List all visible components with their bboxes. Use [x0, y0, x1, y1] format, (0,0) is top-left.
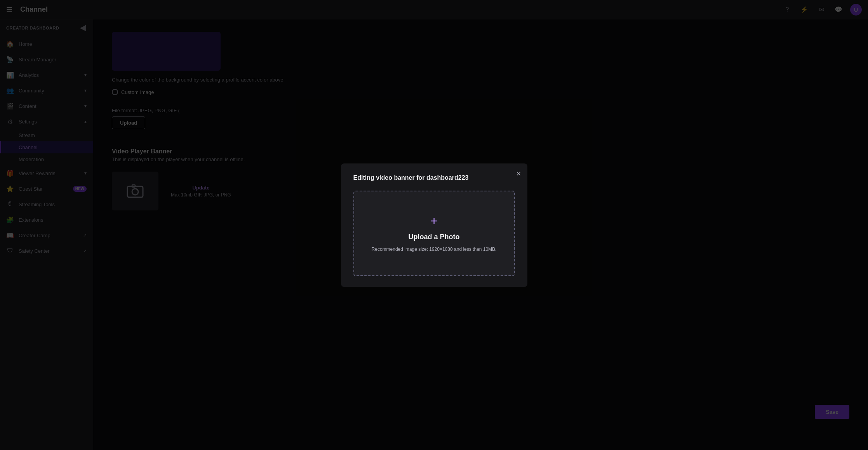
modal-title: Editing video banner for dashboard223	[353, 174, 515, 181]
upload-plus-icon: +	[430, 214, 438, 228]
modal-overlay[interactable]: Editing video banner for dashboard223 × …	[0, 0, 868, 450]
upload-text: Upload a Photo	[409, 233, 460, 241]
upload-drop-area[interactable]: + Upload a Photo Recommended image size:…	[353, 191, 515, 276]
modal-close-button[interactable]: ×	[517, 170, 521, 177]
upload-recommended-text: Recommended image size: 1920×1080 and le…	[372, 246, 497, 253]
modal: Editing video banner for dashboard223 × …	[341, 163, 527, 287]
